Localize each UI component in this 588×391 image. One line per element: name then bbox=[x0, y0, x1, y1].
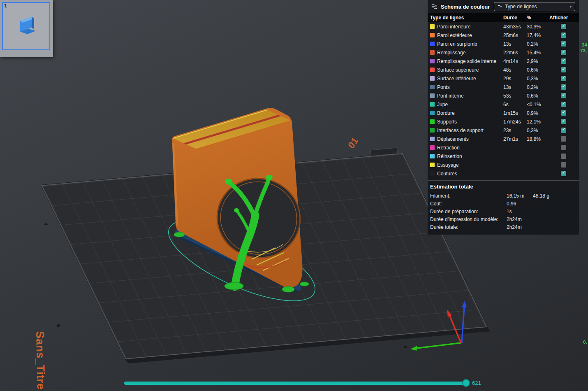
layer-label-bottom: 0, bbox=[583, 340, 588, 344]
view-type-dropdown[interactable]: Type de lignes ▾ bbox=[494, 2, 575, 11]
estimation-label: Coût: bbox=[430, 201, 442, 207]
panel-title: Schéma de couleur bbox=[441, 4, 490, 10]
show-checkbox[interactable] bbox=[561, 102, 566, 107]
show-checkbox[interactable] bbox=[561, 67, 566, 72]
panel-title-row: Schéma de couleur Type de lignes ▾ bbox=[428, 0, 579, 13]
line-type-label: Surface inférieure bbox=[437, 76, 476, 81]
show-checkbox[interactable] bbox=[561, 58, 566, 64]
show-checkbox[interactable] bbox=[561, 128, 566, 133]
color-scheme-waves-icon[interactable] bbox=[431, 4, 438, 9]
line-type-percent: 15,4% bbox=[527, 50, 541, 56]
line-type-duration: 53s bbox=[503, 93, 511, 99]
show-checkbox[interactable] bbox=[561, 76, 566, 81]
plate-thumbnail-number: 1 bbox=[4, 2, 7, 9]
show-checkbox[interactable] bbox=[561, 154, 566, 159]
line-type-percent: 0,6% bbox=[527, 93, 538, 99]
line-type-percent: 12,1% bbox=[527, 119, 541, 125]
line-type-percent: 0,2% bbox=[527, 41, 538, 47]
estimation-row: Coût: 0,96 bbox=[428, 200, 579, 208]
show-checkbox[interactable] bbox=[561, 33, 566, 38]
plate-model-preview bbox=[14, 14, 42, 40]
show-checkbox[interactable] bbox=[561, 41, 566, 47]
table-row: Essuyage bbox=[428, 161, 579, 169]
table-row: Ponts 13s 0,2% bbox=[428, 83, 579, 91]
line-type-label: Essuyage bbox=[437, 162, 459, 168]
line-type-percent: 2,9% bbox=[527, 58, 538, 64]
estimation-label: Filament: bbox=[430, 193, 450, 199]
line-type-duration: 4m14s bbox=[503, 58, 518, 64]
line-type-duration: 25m6s bbox=[503, 33, 518, 38]
table-row: Interfaces de support 23s 0,3% bbox=[428, 126, 579, 135]
estimation-value: 16,15 m bbox=[507, 193, 524, 199]
line-type-label: Ponts bbox=[437, 84, 450, 90]
line-type-percent: 0,3% bbox=[527, 76, 538, 81]
color-swatch bbox=[430, 111, 435, 115]
show-checkbox[interactable] bbox=[561, 145, 566, 150]
table-row: Pont interne 53s 0,6% bbox=[428, 91, 579, 100]
show-checkbox[interactable] bbox=[561, 171, 566, 176]
show-checkbox[interactable] bbox=[561, 110, 566, 116]
step-slider-track[interactable] bbox=[124, 382, 468, 385]
estimation-value: 2h24m bbox=[507, 224, 522, 230]
line-type-percent: 17,4% bbox=[527, 33, 541, 38]
show-checkbox[interactable] bbox=[561, 84, 566, 90]
slicer-preview-window: Sans_Titre 01 34 73, 0, 621 1 bbox=[0, 0, 588, 391]
show-checkbox[interactable] bbox=[561, 162, 566, 168]
show-checkbox[interactable] bbox=[561, 50, 566, 55]
table-row: Supports 17m24s 12,1% bbox=[428, 117, 579, 126]
line-type-duration: 6s bbox=[503, 102, 509, 107]
estimation-row: Durée totale: 2h24m bbox=[428, 223, 579, 231]
line-type-label: Remplissage bbox=[437, 50, 465, 56]
estimation-label: Durée de préparation: bbox=[430, 209, 478, 214]
legend-table-header: Type de lignes Durée % Afficher bbox=[428, 13, 579, 22]
line-type-duration: 48s bbox=[503, 67, 511, 73]
plate-number-label: 01 bbox=[346, 135, 360, 151]
line-type-duration: 22m6s bbox=[503, 50, 518, 56]
line-type-label: Paroi intérieure bbox=[437, 24, 470, 30]
table-row: Surface inférieure 29s 0,3% bbox=[428, 74, 579, 83]
estimation-row: Durée de préparation: 1s bbox=[428, 208, 579, 216]
line-type-percent: <0.1% bbox=[527, 102, 541, 107]
header-type: Type de lignes bbox=[430, 15, 464, 21]
line-type-duration: 43m35s bbox=[503, 24, 521, 30]
table-row: Remplissage solide interne 4m14s 2,9% bbox=[428, 57, 579, 65]
show-checkbox[interactable] bbox=[561, 93, 566, 98]
step-slider-handle[interactable] bbox=[462, 379, 470, 387]
line-type-label: Surface supérieure bbox=[437, 67, 479, 73]
line-type-duration: 13s bbox=[503, 41, 511, 47]
line-type-percent: 18,8% bbox=[527, 136, 541, 142]
color-swatch bbox=[430, 154, 435, 158]
view-type-value: Type de lignes bbox=[505, 4, 567, 9]
color-swatch bbox=[430, 59, 435, 63]
table-row: Paroi en surplomb 13s 0,2% bbox=[428, 40, 579, 48]
show-checkbox[interactable] bbox=[561, 136, 566, 142]
line-type-label: Paroi en surplomb bbox=[437, 41, 477, 47]
color-swatch bbox=[430, 145, 435, 150]
color-swatch bbox=[430, 50, 435, 55]
color-swatch bbox=[430, 33, 435, 37]
line-type-percent: 0,3% bbox=[527, 128, 538, 133]
show-checkbox[interactable] bbox=[561, 24, 566, 29]
plate-title: Sans_Titre bbox=[33, 331, 47, 390]
step-slider-value: 621 bbox=[472, 380, 481, 386]
header-duration: Durée bbox=[503, 15, 517, 21]
color-swatch bbox=[430, 137, 435, 141]
show-checkbox[interactable] bbox=[561, 119, 566, 124]
table-row: Surface supérieure 48s 0,6% bbox=[428, 65, 579, 74]
estimation-label: Durée totale: bbox=[430, 224, 458, 230]
table-row: Déplacements 27m1s 18,8% bbox=[428, 135, 579, 143]
line-type-label: Supports bbox=[437, 119, 457, 125]
estimation-label: Durée d'impression du modèle: bbox=[430, 216, 498, 222]
plate-thumbnail[interactable]: 1 bbox=[0, 0, 53, 57]
line-type-label: Paroi extérieure bbox=[437, 33, 472, 38]
color-swatch bbox=[430, 42, 435, 46]
color-swatch bbox=[430, 24, 435, 29]
line-type-label: Interfaces de support bbox=[437, 128, 484, 133]
layer-label-top-2: 73, bbox=[580, 48, 588, 54]
plate-thumbnail-selected-border bbox=[2, 2, 50, 50]
line-type-duration: 17m24s bbox=[503, 119, 521, 125]
line-type-duration: 13s bbox=[503, 84, 511, 90]
line-type-percent: 0,9% bbox=[527, 110, 538, 116]
line-type-percent: 30,3% bbox=[527, 24, 541, 30]
line-type-label: Réinsertion bbox=[437, 154, 462, 159]
